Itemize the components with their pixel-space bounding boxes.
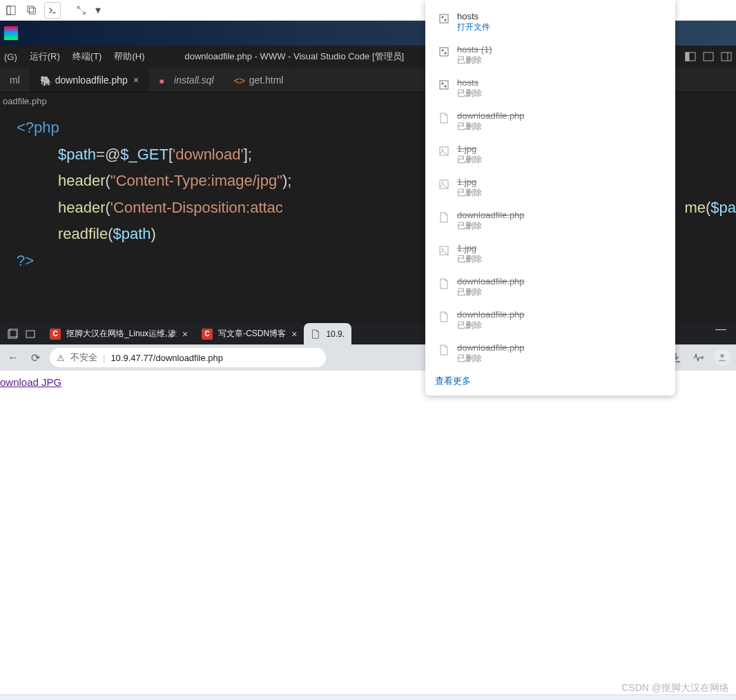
svg-point-24 bbox=[442, 83, 443, 84]
download-item[interactable]: downloadfile.php 已删除 bbox=[435, 305, 671, 338]
tab-install-sql[interactable]: ● install.sql bbox=[149, 68, 224, 92]
insecure-icon: ⚠ bbox=[57, 353, 65, 363]
layout-bottom-icon[interactable] bbox=[703, 51, 714, 62]
svg-rect-1 bbox=[7, 6, 10, 14]
code-token: ); bbox=[282, 172, 291, 189]
svg-rect-23 bbox=[440, 81, 448, 89]
tab-get-html[interactable]: <> get.html bbox=[224, 68, 294, 92]
layout-left-icon[interactable] bbox=[685, 51, 696, 62]
download-status: 已删除 bbox=[457, 154, 482, 166]
tab-downloadfile[interactable]: 🐘 downloadfile.php × bbox=[30, 68, 149, 92]
download-name: downloadfile.php bbox=[457, 309, 525, 320]
open-file-link[interactable]: 打开文件 bbox=[457, 22, 490, 32]
menu-help[interactable]: 帮助(H) bbox=[114, 50, 144, 63]
svg-point-15 bbox=[701, 357, 704, 359]
code-token: header bbox=[58, 172, 106, 189]
browser-tab-1[interactable]: C 抠脚大汉在网络_Linux运维,渗透 × bbox=[43, 323, 195, 344]
tab-overview-icon[interactable] bbox=[7, 329, 18, 340]
svg-point-25 bbox=[445, 86, 446, 87]
layout-right-icon[interactable] bbox=[721, 51, 732, 62]
csdn-favicon: C bbox=[50, 329, 61, 340]
profile-avatar[interactable] bbox=[714, 349, 730, 366]
tab-label: install.sql bbox=[174, 75, 214, 86]
code-token: ]; bbox=[244, 146, 252, 163]
tab-ml[interactable]: ml bbox=[0, 68, 30, 92]
file-icon bbox=[438, 344, 450, 356]
windows-taskbar bbox=[0, 694, 736, 700]
svg-point-29 bbox=[442, 182, 443, 184]
window-icon[interactable] bbox=[25, 329, 36, 340]
watermark: CSDN @抠脚大汉在网络 bbox=[621, 682, 729, 694]
panel-copy-icon[interactable] bbox=[23, 2, 40, 19]
code-token: ( bbox=[106, 199, 110, 216]
download-item[interactable]: hosts (1) 已删除 bbox=[435, 40, 671, 73]
winrar-icon bbox=[4, 26, 18, 40]
download-status: 已删除 bbox=[457, 253, 482, 265]
svg-rect-2 bbox=[30, 8, 36, 14]
downloads-more: 查看更多 bbox=[425, 369, 675, 396]
url-input[interactable]: ⚠ 不安全 | 10.9.47.77/downloadfile.php bbox=[50, 348, 326, 367]
menu-terminal[interactable]: 终端(T) bbox=[72, 50, 102, 63]
menu-run[interactable]: 运行(R) bbox=[30, 50, 60, 63]
file-icon bbox=[438, 12, 450, 25]
download-link[interactable]: ownload JPG bbox=[0, 376, 61, 388]
performance-icon[interactable] bbox=[692, 351, 704, 364]
download-name: hosts bbox=[457, 11, 490, 21]
download-item[interactable]: hosts 已删除 bbox=[435, 73, 671, 106]
downloads-list[interactable]: hosts 打开文件 hosts (1) 已删除 hosts 已删除 downl… bbox=[425, 0, 675, 369]
terminal-icon[interactable] bbox=[44, 2, 61, 19]
svg-rect-20 bbox=[440, 48, 448, 56]
download-name: 1.jpg bbox=[457, 177, 482, 187]
close-icon[interactable]: × bbox=[133, 75, 139, 86]
svg-point-21 bbox=[442, 50, 443, 51]
close-icon[interactable]: × bbox=[291, 329, 297, 340]
expand-icon[interactable] bbox=[73, 2, 90, 19]
svg-rect-5 bbox=[686, 52, 689, 61]
tab-label: ml bbox=[10, 75, 20, 86]
download-name: 1.jpg bbox=[457, 144, 482, 154]
download-item[interactable]: downloadfile.php 已删除 bbox=[435, 272, 671, 305]
code-token: header bbox=[58, 199, 106, 216]
panel-split-left-icon[interactable] bbox=[3, 2, 19, 19]
see-more-link[interactable]: 查看更多 bbox=[435, 376, 471, 386]
menu-go[interactable]: (G) bbox=[4, 52, 17, 62]
svg-point-27 bbox=[442, 149, 443, 150]
download-name: 1.jpg bbox=[457, 243, 482, 253]
svg-point-19 bbox=[445, 19, 446, 21]
download-item[interactable]: 1.jpg 已删除 bbox=[435, 239, 671, 272]
code-token: ( bbox=[106, 172, 110, 189]
minimize-icon[interactable]: — bbox=[706, 323, 736, 344]
file-icon bbox=[438, 244, 450, 257]
file-icon bbox=[438, 178, 450, 191]
download-item[interactable]: downloadfile.php 已删除 bbox=[435, 338, 671, 369]
file-icon bbox=[438, 145, 450, 157]
reload-button[interactable]: ⟳ bbox=[28, 350, 43, 365]
tab-label: 写文章-CSDN博客 bbox=[218, 328, 286, 340]
chevron-down-icon[interactable]: ▾ bbox=[94, 2, 102, 19]
close-icon[interactable]: × bbox=[182, 329, 188, 340]
code-token: $_GET bbox=[120, 146, 168, 163]
page-favicon bbox=[311, 329, 320, 339]
back-button[interactable]: ← bbox=[6, 350, 21, 365]
download-name: hosts (1) bbox=[457, 44, 492, 55]
svg-point-16 bbox=[720, 354, 724, 358]
code-token: "Content-Type:image/jpg" bbox=[110, 172, 282, 189]
code-token: 'Content-Disposition:attac bbox=[110, 199, 283, 216]
download-item[interactable]: downloadfile.php 已删除 bbox=[435, 206, 671, 239]
svg-rect-17 bbox=[440, 14, 448, 23]
code-token: ?> bbox=[17, 252, 34, 269]
sql-file-icon: ● bbox=[159, 75, 168, 85]
download-item[interactable]: 1.jpg 已删除 bbox=[435, 139, 671, 173]
download-item[interactable]: downloadfile.php 已删除 bbox=[435, 106, 671, 139]
download-item[interactable]: 1.jpg 已删除 bbox=[435, 173, 671, 206]
download-item[interactable]: hosts 打开文件 bbox=[435, 7, 671, 40]
svg-point-18 bbox=[442, 17, 443, 18]
file-icon bbox=[438, 311, 450, 323]
browser-tab-3[interactable]: 10.9. bbox=[304, 323, 351, 344]
svg-point-31 bbox=[442, 249, 443, 250]
download-status: 已删除 bbox=[457, 286, 525, 298]
browser-tab-2[interactable]: C 写文章-CSDN博客 × bbox=[195, 323, 304, 344]
download-name: downloadfile.php bbox=[457, 210, 525, 220]
download-status: 已删除 bbox=[457, 187, 482, 199]
tab-label: downloadfile.php bbox=[55, 75, 128, 86]
